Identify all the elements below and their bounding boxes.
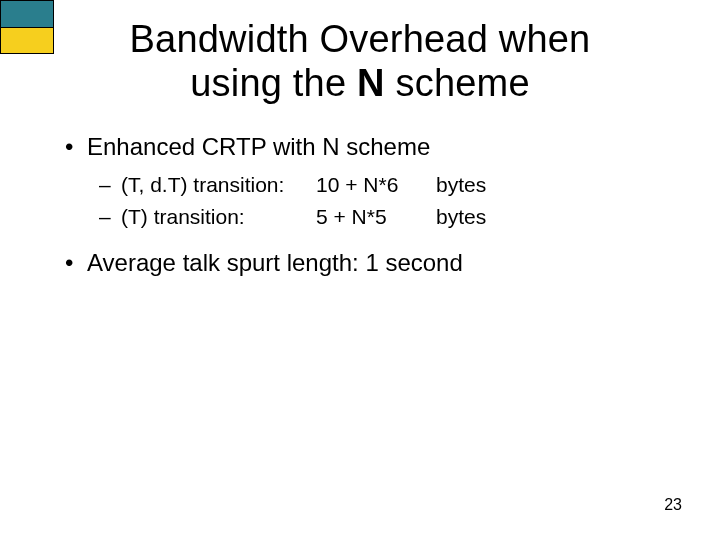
bullet-1-text: Enhanced CRTP with N scheme (87, 133, 430, 160)
sub-item-2-value: 5 + N*5 (316, 205, 436, 229)
page-number: 23 (664, 496, 682, 514)
bullet-1: Enhanced CRTP with N scheme (65, 133, 670, 161)
corner-logo (0, 0, 54, 54)
sub-item-1-value: 10 + N*6 (316, 173, 436, 197)
title-line-2: using the N scheme (0, 62, 720, 106)
bullet-dot-icon (65, 133, 87, 160)
title-line-2-bold: N (357, 62, 385, 104)
slide-title: Bandwidth Overhead when using the N sche… (0, 18, 720, 105)
sub-item-2-unit: bytes (436, 205, 486, 229)
dash-icon: – (99, 173, 121, 197)
title-line-2-suffix: scheme (385, 62, 530, 104)
sub-item-2-label: (T) transition: (121, 205, 316, 229)
sub-item-1-label: (T, d.T) transition: (121, 173, 316, 197)
corner-divider (0, 27, 54, 28)
bullet-2: Average talk spurt length: 1 second (65, 249, 670, 277)
sub-list: – (T, d.T) transition: 10 + N*6 bytes – … (99, 173, 670, 229)
dash-icon: – (99, 205, 121, 229)
title-line-1: Bandwidth Overhead when (0, 18, 720, 62)
sub-item-1: – (T, d.T) transition: 10 + N*6 bytes (99, 173, 670, 197)
sub-item-2: – (T) transition: 5 + N*5 bytes (99, 205, 670, 229)
bullet-2-text: Average talk spurt length: 1 second (87, 249, 463, 276)
sub-item-1-unit: bytes (436, 173, 486, 197)
bullet-dot-icon (65, 249, 87, 276)
title-line-2-prefix: using the (190, 62, 357, 104)
slide-body: Enhanced CRTP with N scheme – (T, d.T) t… (0, 133, 720, 277)
